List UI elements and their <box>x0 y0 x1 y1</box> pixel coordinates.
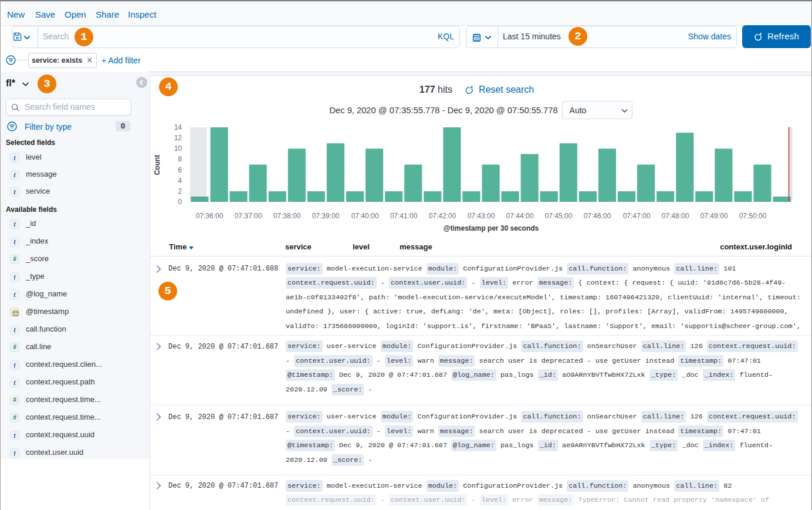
svg-text:8: 8 <box>178 155 182 163</box>
svg-text:07:39:00: 07:39:00 <box>312 212 340 220</box>
svg-text:07:40:00: 07:40:00 <box>351 212 379 220</box>
svg-text:4: 4 <box>178 177 182 185</box>
svg-text:07:43:00: 07:43:00 <box>468 212 495 220</box>
svg-text:Count: Count <box>153 155 161 175</box>
svg-text:07:36:00: 07:36:00 <box>196 212 224 220</box>
svg-text:07:50:00: 07:50:00 <box>739 212 767 220</box>
svg-text:14: 14 <box>174 123 182 131</box>
svg-text:12: 12 <box>174 134 182 142</box>
svg-text:07:47:00: 07:47:00 <box>623 212 651 220</box>
svg-text:07:44:00: 07:44:00 <box>506 212 534 220</box>
svg-text:07:42:00: 07:42:00 <box>429 212 456 220</box>
svg-text:07:46:00: 07:46:00 <box>584 212 611 220</box>
svg-text:07:38:00: 07:38:00 <box>273 212 301 220</box>
svg-text:07:45:00: 07:45:00 <box>545 212 573 220</box>
svg-text:07:37:00: 07:37:00 <box>235 212 262 220</box>
svg-text:10: 10 <box>174 144 182 153</box>
svg-text:@timestamp per 30 seconds: @timestamp per 30 seconds <box>444 224 539 232</box>
svg-text:2: 2 <box>178 187 182 195</box>
svg-text:07:41:00: 07:41:00 <box>390 212 418 220</box>
svg-text:07:49:00: 07:49:00 <box>701 212 728 220</box>
svg-text:6: 6 <box>178 166 182 174</box>
svg-text:0: 0 <box>178 198 182 206</box>
svg-text:07:48:00: 07:48:00 <box>662 212 689 220</box>
